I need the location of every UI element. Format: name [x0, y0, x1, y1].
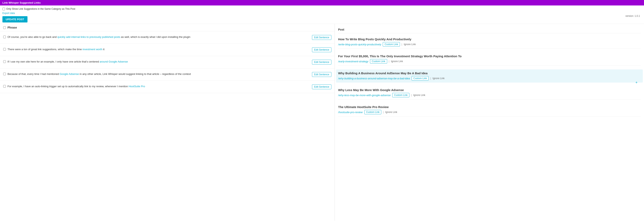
same-category-row: Only Show Link Suggestions in the Same C… — [2, 8, 642, 10]
plus-icon-3[interactable]: + — [635, 81, 638, 85]
post-link-row-2: /early-investment-strategy Custom Link |… — [338, 59, 641, 64]
phrase-after-2: it — [102, 48, 104, 51]
phrase-before-1: Of course, you're also able to go back a… — [8, 36, 58, 39]
phrase-header-label: Phrase — [8, 26, 17, 29]
phrase-checkbox-1[interactable] — [3, 36, 6, 38]
phrase-text-1: Of course, you're also able to go back a… — [8, 35, 310, 39]
phrase-row-5: For example, I have an auto-linking trig… — [0, 81, 335, 93]
custom-link-btn-5[interactable]: Custom Link — [364, 110, 382, 114]
same-category-label: Only Show Link Suggestions in the Same C… — [6, 8, 75, 10]
phrase-row-3: If I use my own site here for an example… — [0, 56, 335, 68]
post-title-1: How To Write Blog Posts Quickly And Prod… — [338, 38, 641, 41]
edit-sentence-btn-5[interactable]: Edit Sentence — [312, 84, 332, 89]
phrase-text-5: For example, I have an auto-linking trig… — [8, 84, 310, 88]
phrase-text-3: If I use my own site here for an example… — [8, 60, 310, 64]
phrase-before-5: For example, I have an auto-linking trig… — [8, 85, 129, 88]
right-panel: Post How To Write Blog Posts Quickly And… — [335, 24, 644, 220]
ignore-link-btn-5[interactable]: Ignore Link — [385, 111, 397, 114]
version-text: version: 1.0.1 — [626, 15, 640, 18]
post-link-row-3: /why-building-a-business-around-adsense-… — [338, 76, 641, 81]
ignore-link-btn-4[interactable]: Ignore Link — [413, 94, 425, 97]
phrase-row-1: Of course, you're also able to go back a… — [0, 31, 335, 44]
phrase-checkbox-4[interactable] — [3, 73, 6, 75]
post-section-3: Why Building A Business Around AdSense M… — [336, 69, 643, 83]
post-link-row-5: /hootsuite-pro-review Custom Link | Igno… — [338, 110, 641, 114]
main-layout: Phrase Of course, you're also able to go… — [0, 24, 644, 220]
phrase-link-2[interactable]: investment worth — [82, 48, 102, 51]
phrase-before-3: If I use my own site here for an example… — [8, 60, 100, 63]
post-title-3: Why Building A Business Around AdSense M… — [338, 71, 641, 75]
post-section-4: Why Less May Be More With Google Adsense… — [338, 86, 641, 100]
ignore-link-btn-2[interactable]: Ignore Link — [391, 60, 403, 63]
post-url-1: /write-blog-posts-quickly-productively — [338, 43, 381, 46]
post-section-wrapper-3: Why Building A Business Around AdSense M… — [338, 69, 641, 83]
custom-link-btn-2[interactable]: Custom Link — [370, 59, 387, 64]
post-url-2: /early-investment-strategy — [338, 60, 368, 63]
post-title-5: The Ultimate HootSuite Pro Review — [338, 105, 641, 109]
post-column-header: Post — [338, 26, 641, 33]
phrase-link-1[interactable]: quickly add internal links to previously… — [58, 36, 120, 39]
edit-sentence-btn-3[interactable]: Edit Sentence — [312, 60, 332, 65]
edit-sentence-btn-4[interactable]: Edit Sentence — [312, 72, 332, 77]
post-title-2: For Your First $5,000, This Is The Only … — [338, 55, 641, 58]
post-title-4: Why Less May Be More With Google Adsense — [338, 88, 641, 92]
post-url-4: /why-less-may-be-more-with-google-adsens… — [338, 94, 390, 97]
phrase-before-4: Because of that, every time I had mentio… — [8, 72, 60, 76]
phrase-link-4[interactable]: Google Adsense — [60, 72, 79, 76]
post-link-row-1: /write-blog-posts-quickly-productively C… — [338, 42, 641, 47]
phrase-after-1: as well, which is exactly what I did upo… — [120, 36, 190, 39]
post-section-1: How To Write Blog Posts Quickly And Prod… — [338, 36, 641, 49]
post-url-3: /why-building-a-business-around-adsense-… — [338, 77, 410, 80]
custom-link-btn-4[interactable]: Custom Link — [392, 93, 410, 97]
update-post-button[interactable]: UPDATE POST — [2, 16, 28, 23]
export-link[interactable]: Export data — [2, 12, 15, 15]
phrase-column-header: Phrase — [0, 24, 335, 31]
phrase-checkbox-5[interactable] — [3, 85, 6, 88]
ignore-link-btn-1[interactable]: Ignore Link — [404, 43, 416, 46]
top-bar: Link Whisper Suggested Links — [0, 0, 644, 6]
phrase-link-5[interactable]: HootSuite Pro — [129, 85, 145, 88]
post-link-row-4: /why-less-may-be-more-with-google-adsens… — [338, 93, 641, 97]
phrase-row-4: Because of that, every time I had mentio… — [0, 68, 335, 81]
edit-sentence-btn-1[interactable]: Edit Sentence — [312, 35, 332, 40]
phrase-checkbox-2[interactable] — [3, 48, 6, 51]
ignore-link-btn-3[interactable]: Ignore Link — [433, 77, 444, 80]
custom-link-btn-1[interactable]: Custom Link — [383, 42, 400, 47]
phrase-header-checkbox[interactable] — [3, 26, 6, 29]
phrase-after-4: in any other article, Link Whisper would… — [79, 72, 191, 76]
custom-link-btn-3[interactable]: Custom Link — [412, 76, 429, 81]
post-url-5: /hootsuite-pro-review — [338, 111, 362, 114]
phrase-text-4: Because of that, every time I had mentio… — [8, 72, 310, 76]
edit-sentence-btn-2[interactable]: Edit Sentence — [312, 47, 332, 52]
phrase-before-2: There were a ton of great link suggestio… — [8, 48, 82, 51]
phrase-row-2: There were a ton of great link suggestio… — [0, 44, 335, 56]
phrase-link-3[interactable]: around Google Adsense — [100, 60, 128, 63]
header-controls: Only Show Link Suggestions in the Same C… — [0, 6, 644, 24]
top-bar-title: Link Whisper Suggested Links — [2, 1, 40, 4]
left-panel: Phrase Of course, you're also able to go… — [0, 24, 335, 220]
post-section-5: The Ultimate HootSuite Pro Review /hoots… — [338, 103, 641, 117]
same-category-checkbox[interactable] — [2, 8, 5, 10]
phrase-checkbox-3[interactable] — [3, 60, 6, 63]
phrase-text-2: There were a ton of great link suggestio… — [8, 47, 310, 51]
post-section-2: For Your First $5,000, This Is The Only … — [338, 52, 641, 66]
